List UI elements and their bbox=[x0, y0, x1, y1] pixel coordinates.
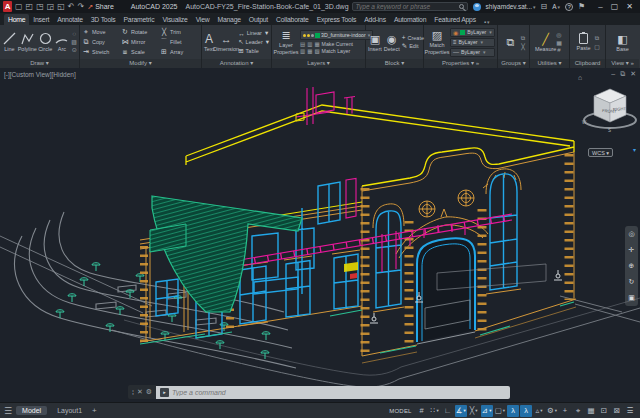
shopping-cart-icon[interactable]: ⊟ bbox=[541, 2, 548, 11]
share-button[interactable]: ↗ Share bbox=[87, 3, 114, 11]
snap-mode-icon[interactable]: ∷▾ bbox=[429, 405, 441, 417]
panel-label-view[interactable]: View ▾ » bbox=[606, 59, 639, 68]
orbit-icon[interactable]: ↻ bbox=[629, 278, 635, 286]
open-file-icon[interactable]: ◰ bbox=[26, 1, 34, 12]
pan-icon[interactable]: ✛ bbox=[629, 246, 635, 254]
tab-visualize[interactable]: Visualize bbox=[158, 14, 191, 25]
zoom-icon[interactable]: ⊕ bbox=[629, 262, 635, 270]
layout1-tab[interactable]: Layout1 bbox=[51, 406, 88, 415]
new-layout-button[interactable]: + bbox=[92, 406, 97, 415]
grid-display-icon[interactable]: # bbox=[416, 405, 428, 417]
panel-label-utilities[interactable]: Utilities ▾ bbox=[530, 59, 569, 68]
stretch-tool[interactable]: ⇥Stretch bbox=[82, 48, 121, 56]
copy-clip-icon[interactable]: ⧉ bbox=[594, 35, 600, 42]
table-tool[interactable]: ⊞Table bbox=[238, 47, 269, 55]
isolate-objects-icon[interactable]: ⊡ bbox=[598, 405, 610, 417]
dimension-tool[interactable]: ↔ Dimension bbox=[216, 33, 236, 52]
model-paper-toggle[interactable]: MODEL bbox=[386, 406, 414, 416]
lineweight-dropdown[interactable]: ≡ByLayer▾ bbox=[450, 38, 495, 47]
ortho-mode-icon[interactable]: ∟ bbox=[442, 405, 454, 417]
panel-label-clipboard[interactable]: Clipboard bbox=[570, 59, 605, 68]
panel-label-groups[interactable]: Groups ▾ bbox=[498, 59, 529, 68]
fillet-tool[interactable]: ⌒Fillet bbox=[160, 37, 199, 47]
detect-block-tool[interactable]: ◉ Detect bbox=[384, 33, 400, 52]
account-menu[interactable]: shiyamdev.sat...▾ bbox=[486, 3, 536, 10]
autodesk-app-menu[interactable]: A▾ bbox=[552, 3, 560, 10]
tab-add-ins[interactable]: Add-ins bbox=[360, 14, 390, 25]
array-tool[interactable]: ⊞Array bbox=[160, 48, 199, 56]
quick-calc-icon[interactable]: ▦ bbox=[556, 39, 562, 46]
make-current-tool[interactable]: ▤ ▥ ▦ Make Current bbox=[300, 41, 373, 47]
panel-label-annotation[interactable]: Annotation ▾ bbox=[202, 59, 271, 68]
search-icon[interactable] bbox=[459, 4, 464, 9]
tab-output[interactable]: Output bbox=[245, 14, 272, 25]
command-input[interactable] bbox=[172, 389, 506, 396]
tab-3d-tools[interactable]: 3D Tools bbox=[87, 14, 120, 25]
ribbon-display-toggle[interactable]: ▪▾ bbox=[484, 19, 490, 25]
find-icon[interactable]: # bbox=[556, 47, 562, 53]
tab-automation[interactable]: Automation bbox=[390, 14, 430, 25]
clean-screen-icon[interactable]: ⊠ bbox=[611, 405, 623, 417]
rotate-tool[interactable]: ↻Rotate bbox=[121, 28, 160, 36]
cut-clip-icon[interactable]: ▢ bbox=[594, 43, 600, 50]
annotation-scale-icon[interactable]: ▵▾ bbox=[533, 405, 545, 417]
wcs-dropdown[interactable]: WCS ▾ bbox=[588, 148, 613, 157]
layout-menu-icon[interactable]: ☰ bbox=[4, 406, 12, 416]
linetype-dropdown[interactable]: —ByLayer▾ bbox=[450, 48, 495, 57]
search-input[interactable] bbox=[356, 3, 456, 10]
customization-icon[interactable]: ☰ bbox=[624, 405, 636, 417]
hatch-icon[interactable]: ◌ bbox=[71, 31, 77, 37]
region-icon[interactable]: ▨ bbox=[71, 38, 77, 45]
base-view-tool[interactable]: ◧ Base bbox=[614, 33, 631, 52]
tab-home[interactable]: Home bbox=[4, 14, 29, 25]
graphics-performance-icon[interactable]: ▦ bbox=[585, 405, 597, 417]
panel-label-draw[interactable]: Draw ▾ bbox=[0, 59, 79, 68]
tab-parametric[interactable]: Parametric bbox=[120, 14, 159, 25]
user-avatar[interactable] bbox=[473, 3, 481, 11]
help-icon[interactable]: ? bbox=[565, 3, 573, 11]
quick-select-icon[interactable]: ◎ bbox=[556, 31, 562, 38]
search-box[interactable] bbox=[352, 2, 468, 11]
object-snap-tracking-icon[interactable]: ╳▾ bbox=[468, 405, 480, 417]
polar-tracking-icon[interactable]: ∡▾ bbox=[455, 405, 467, 417]
copy-tool[interactable]: ⧉Copy bbox=[82, 38, 121, 46]
trim-tool[interactable]: ╳Trim bbox=[160, 28, 199, 36]
edit-block-tool[interactable]: ✎Edit bbox=[402, 42, 424, 50]
panel-label-modify[interactable]: Modify ▾ bbox=[80, 59, 201, 68]
tab-express-tools[interactable]: Express Tools bbox=[313, 14, 361, 25]
tab-annotate[interactable]: Annotate bbox=[53, 14, 87, 25]
object-snap-icon[interactable]: ▢▾ bbox=[494, 405, 506, 417]
measure-tool[interactable]: ╱ Measure bbox=[537, 33, 554, 52]
circle-tool[interactable]: Circle bbox=[38, 32, 53, 52]
polyline-tool[interactable]: Polyline bbox=[19, 32, 36, 52]
tab-insert[interactable]: Insert bbox=[29, 14, 53, 25]
autocad-logo[interactable]: A bbox=[3, 1, 12, 12]
ungroup-icon[interactable]: ⧉ bbox=[521, 35, 525, 42]
workspace-switching-icon[interactable]: ⚙▾ bbox=[546, 405, 558, 417]
save-icon[interactable]: ◳ bbox=[36, 1, 44, 12]
home-icon[interactable]: ⌂ bbox=[578, 74, 582, 81]
match-layer-tool[interactable]: ▥ ▦ ▧ Match Layer bbox=[300, 48, 373, 54]
command-grip-icon[interactable]: ⁞ bbox=[132, 389, 134, 396]
object-color-dropdown[interactable]: ◉ByLayer▾ bbox=[450, 28, 495, 37]
command-close-icon[interactable]: ✕ bbox=[137, 388, 143, 396]
redo-icon[interactable]: ↷ bbox=[78, 1, 85, 12]
tab-manage[interactable]: Manage bbox=[213, 14, 244, 25]
layer-properties-tool[interactable]: ≣ Layer Properties bbox=[274, 29, 298, 54]
building-3d-wireframe[interactable] bbox=[0, 68, 640, 402]
plot-icon[interactable]: ◱ bbox=[57, 1, 65, 12]
annotation-visibility-icon[interactable]: λ bbox=[507, 405, 519, 417]
annotation-autoscale-icon[interactable]: λ bbox=[520, 405, 532, 417]
undo-icon[interactable]: ↶ bbox=[68, 1, 75, 12]
panel-label-properties[interactable]: Properties ▾ » bbox=[424, 59, 497, 68]
mirror-tool[interactable]: ⋈Mirror bbox=[121, 38, 160, 46]
group-edit-icon[interactable]: ╳ bbox=[521, 43, 525, 50]
command-input-field[interactable]: ▸ bbox=[156, 386, 510, 399]
group-tool[interactable]: ⧉ bbox=[502, 36, 519, 48]
tab-view[interactable]: View bbox=[192, 14, 214, 25]
move-tool[interactable]: ⌖Move bbox=[82, 28, 121, 36]
annotation-monitor-icon[interactable]: + bbox=[559, 405, 571, 417]
insert-block-tool[interactable]: ▣ Insert bbox=[368, 33, 382, 52]
save-as-icon[interactable]: ◲ bbox=[47, 1, 55, 12]
units-icon[interactable]: ⌖ bbox=[572, 405, 584, 417]
